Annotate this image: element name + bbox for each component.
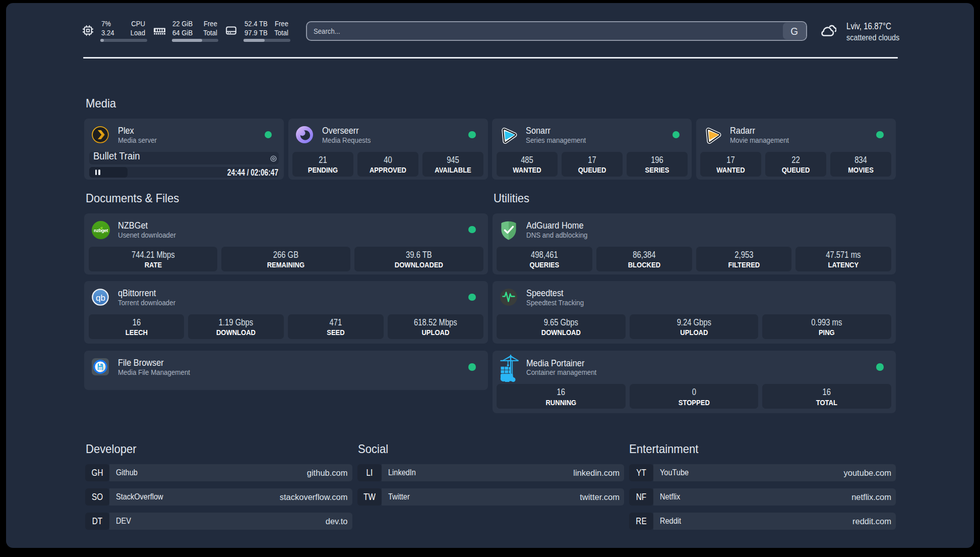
svg-text:nzbget: nzbget [94, 228, 108, 233]
svg-text:qb: qb [96, 293, 105, 303]
